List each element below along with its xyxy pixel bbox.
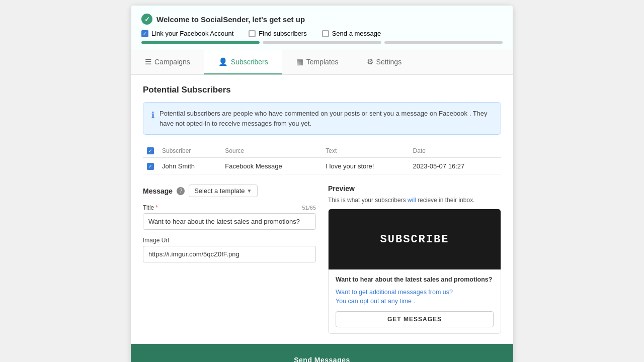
subscribers-icon: 👤: [218, 57, 228, 66]
required-mark: *: [155, 204, 158, 211]
preview-body: Want to hear about the latest sales and …: [329, 269, 501, 333]
campaigns-icon: ☰: [145, 57, 151, 66]
preview-title-text: Want to hear about the latest sales and …: [336, 276, 494, 285]
step-1: ✓ Link your Facebook Account: [141, 30, 233, 37]
image-url-input[interactable]: [143, 246, 316, 262]
preview-column: Preview This is what your subscribers wi…: [328, 185, 501, 334]
nav-tabs: ☰ Campaigns 👤 Subscribers ▦ Templates ⚙ …: [131, 50, 513, 75]
step-3: Send a message: [322, 30, 381, 37]
main-content: Potential Subscribers ℹ Potential subscr…: [131, 75, 513, 344]
help-icon: ?: [177, 187, 185, 195]
preview-image: SUBSCRIBE: [329, 209, 501, 269]
select-all-checkbox[interactable]: ✓: [147, 147, 154, 154]
header-date: Date: [409, 144, 501, 158]
setup-title: ✓ Welcome to SocialSender, let's get set…: [141, 14, 503, 25]
settings-icon: ⚙: [367, 57, 373, 66]
char-counter: 51/65: [302, 205, 316, 211]
will-text: will: [408, 197, 416, 204]
progress-3: [384, 41, 503, 44]
templates-icon: ▦: [296, 57, 303, 66]
setup-progress: [141, 41, 503, 44]
message-header: Message ? Select a template ▼: [143, 185, 316, 197]
info-icon: ℹ: [151, 109, 154, 128]
header-subscriber: Subscriber: [158, 144, 221, 158]
get-messages-button[interactable]: GET MESSAGES: [336, 311, 494, 327]
row-subscriber: John Smith: [158, 158, 221, 174]
template-select-dropdown[interactable]: Select a template ▼: [189, 185, 257, 197]
table-row: ✓ John Smith Facebook Message I love you…: [143, 158, 501, 174]
check-icon: ✓: [141, 14, 152, 25]
tab-templates[interactable]: ▦ Templates: [282, 50, 353, 74]
dropdown-arrow-icon: ▼: [247, 188, 252, 194]
info-box: ℹ Potential subscribers are people who h…: [143, 102, 501, 135]
setup-banner: ✓ Welcome to SocialSender, let's get set…: [131, 5, 513, 50]
header-checkbox-col: ✓: [143, 144, 158, 158]
page-title: Potential Subscribers: [143, 85, 501, 95]
tab-campaigns[interactable]: ☰ Campaigns: [131, 50, 204, 74]
setup-steps: ✓ Link your Facebook Account Find subscr…: [141, 30, 503, 37]
subscribers-table: ✓ Subscriber Source Text Date ✓ John Smi…: [143, 144, 501, 174]
subscribe-text: SUBSCRIBE: [380, 233, 449, 246]
row-checkbox-cell: ✓: [143, 158, 158, 174]
preview-card: SUBSCRIBE Want to hear about the latest …: [328, 209, 501, 334]
image-url-field-group: Image Url: [143, 237, 316, 262]
tab-subscribers[interactable]: 👤 Subscribers: [204, 50, 282, 74]
row-text: I love your store!: [321, 158, 409, 174]
send-button-row: Send Messages: [131, 344, 513, 362]
step-2-checkbox: [249, 30, 256, 37]
row-checkbox[interactable]: ✓: [147, 163, 154, 170]
preview-subtitle: This is what your subscribers will recie…: [328, 197, 501, 204]
header-text: Text: [321, 144, 409, 158]
row-source: Facebook Message: [221, 158, 321, 174]
step-2: Find subscribers: [249, 30, 306, 37]
title-label: Title * 51/65: [143, 204, 316, 211]
progress-2: [263, 41, 381, 44]
message-column: Message ? Select a template ▼ Title * 51…: [143, 185, 316, 334]
send-messages-button[interactable]: Send Messages: [143, 350, 501, 362]
header-source: Source: [221, 144, 321, 158]
title-input[interactable]: [143, 214, 315, 229]
step-3-checkbox: [322, 30, 329, 37]
tab-settings[interactable]: ⚙ Settings: [353, 50, 416, 74]
message-preview-columns: Message ? Select a template ▼ Title * 51…: [143, 185, 501, 334]
preview-desc: Want to get additional messages from us?…: [336, 288, 494, 307]
title-field-group: Title * 51/65: [143, 204, 316, 230]
app-container: ✓ Welcome to SocialSender, let's get set…: [131, 5, 513, 362]
any-time-link[interactable]: any time: [388, 298, 412, 305]
progress-1: [141, 41, 260, 44]
image-url-label: Image Url: [143, 237, 316, 244]
row-date: 2023-05-07 16:27: [409, 158, 501, 174]
preview-heading: Preview: [328, 185, 501, 193]
title-input-row: [143, 213, 316, 230]
step-1-checkbox: ✓: [141, 30, 148, 37]
